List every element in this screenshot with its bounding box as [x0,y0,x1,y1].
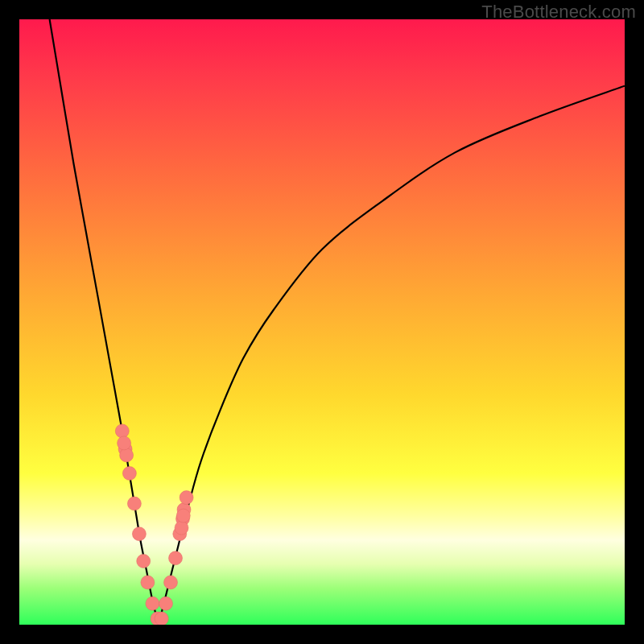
sample-dot [115,424,129,438]
sample-dot [180,491,193,505]
bottleneck-chart [19,19,625,625]
sample-dot [175,521,188,535]
watermark-text: TheBottleneck.com [481,2,636,23]
sample-dot [127,497,141,510]
sample-dot [132,527,146,541]
sample-dot [137,555,151,568]
sample-dot [159,597,173,610]
sample-dot [141,576,155,589]
sample-dot [155,612,168,625]
sample-dot [176,509,190,522]
sample-dot [164,576,178,589]
sample-dot [146,597,159,610]
sample-dot [169,551,183,565]
curve-right-branch [159,86,625,625]
sample-dot [118,436,131,450]
sample-dot [120,448,134,462]
sample-dot [122,467,136,481]
sample-dots-group [115,424,193,625]
